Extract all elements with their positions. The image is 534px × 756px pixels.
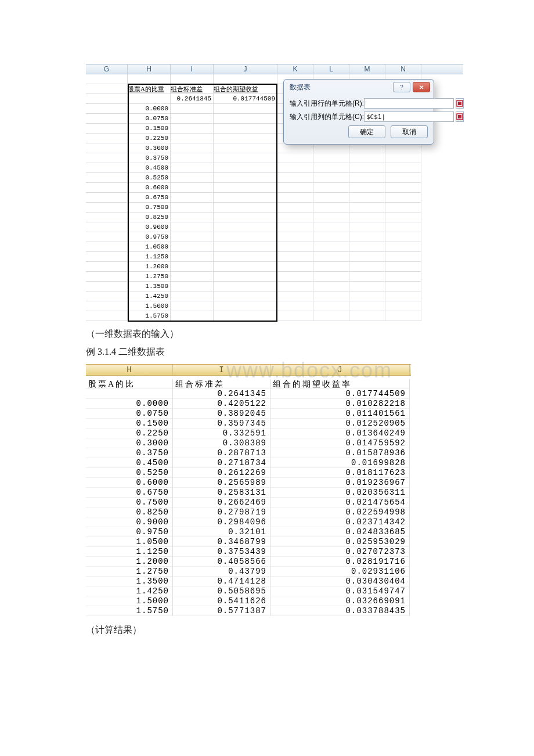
cell[interactable]: 0.3000: [128, 143, 171, 153]
cell[interactable]: [313, 203, 349, 213]
cell[interactable]: 0.9000: [128, 222, 171, 232]
cell[interactable]: [277, 282, 313, 291]
cell[interactable]: [171, 124, 214, 134]
cell[interactable]: [385, 291, 421, 301]
help-button[interactable]: ?: [393, 82, 410, 92]
cell[interactable]: [349, 173, 385, 183]
cell[interactable]: [349, 153, 385, 163]
table-row[interactable]: 0.3000: [86, 143, 463, 153]
col-header-L[interactable]: L: [313, 64, 349, 74]
cancel-button[interactable]: 取消: [391, 125, 428, 138]
table-row[interactable]: 0.6750: [86, 193, 463, 203]
cell[interactable]: [313, 272, 349, 282]
cell[interactable]: [171, 301, 214, 311]
cell[interactable]: [277, 173, 313, 183]
cell[interactable]: [385, 213, 421, 222]
cell[interactable]: 股票A的比重: [128, 84, 171, 94]
cell[interactable]: [86, 222, 128, 232]
cell[interactable]: [277, 213, 313, 222]
col-header-J[interactable]: J: [214, 64, 277, 74]
cell[interactable]: [214, 143, 277, 153]
cell[interactable]: [214, 232, 277, 242]
cell[interactable]: 1.3500: [128, 282, 171, 291]
cell[interactable]: [277, 272, 313, 282]
cell[interactable]: [349, 203, 385, 213]
col-input-field[interactable]: [364, 111, 454, 122]
cell[interactable]: [385, 311, 421, 321]
cell[interactable]: [86, 311, 128, 321]
cell[interactable]: [385, 183, 421, 193]
cell[interactable]: 1.1250: [128, 252, 171, 262]
cell[interactable]: [171, 143, 214, 153]
cell[interactable]: [313, 311, 349, 321]
cell[interactable]: [171, 252, 214, 262]
cell[interactable]: 1.0500: [128, 242, 171, 252]
cell[interactable]: [349, 183, 385, 193]
table-row[interactable]: 1.2000: [86, 262, 463, 272]
cell[interactable]: [214, 203, 277, 213]
cell[interactable]: [385, 232, 421, 242]
cell[interactable]: [385, 193, 421, 203]
cell[interactable]: [214, 242, 277, 252]
cell[interactable]: [214, 173, 277, 183]
cell[interactable]: 0.1500: [128, 124, 171, 134]
col-header-G[interactable]: G: [86, 64, 128, 74]
cell[interactable]: [171, 74, 214, 84]
cell[interactable]: 0.017744509: [214, 94, 277, 104]
cell[interactable]: [277, 222, 313, 232]
table-row[interactable]: 0.6000: [86, 183, 463, 193]
cell[interactable]: [349, 222, 385, 232]
cell[interactable]: [349, 193, 385, 203]
cell[interactable]: [277, 232, 313, 242]
table-row[interactable]: 1.5000: [86, 301, 463, 311]
cell[interactable]: [86, 272, 128, 282]
cell[interactable]: [385, 301, 421, 311]
cell[interactable]: [214, 74, 277, 84]
cell[interactable]: [313, 213, 349, 222]
cell[interactable]: [86, 173, 128, 183]
cell[interactable]: [86, 262, 128, 272]
cell[interactable]: [277, 242, 313, 252]
table-row[interactable]: 0.8250: [86, 213, 463, 222]
col-header-M[interactable]: M: [349, 64, 385, 74]
cell[interactable]: [214, 262, 277, 272]
cell[interactable]: [171, 193, 214, 203]
cell[interactable]: 0.4500: [128, 163, 171, 173]
cell[interactable]: [171, 153, 214, 163]
cell[interactable]: [385, 222, 421, 232]
cell[interactable]: [171, 134, 214, 143]
cell[interactable]: 0.9750: [128, 232, 171, 242]
cell[interactable]: [171, 262, 214, 272]
cell[interactable]: [86, 203, 128, 213]
cell[interactable]: [86, 163, 128, 173]
cell[interactable]: [171, 173, 214, 183]
table-row[interactable]: 0.4500: [86, 163, 463, 173]
cell[interactable]: [313, 163, 349, 173]
row-input-field[interactable]: [364, 98, 454, 109]
cell[interactable]: [349, 143, 385, 153]
ok-button[interactable]: 确定: [348, 125, 385, 138]
cell[interactable]: [171, 203, 214, 213]
cell[interactable]: [214, 272, 277, 282]
close-button[interactable]: ✕: [413, 82, 430, 92]
cell[interactable]: [86, 252, 128, 262]
cell[interactable]: [313, 262, 349, 272]
cell[interactable]: 1.2000: [128, 262, 171, 272]
table-row[interactable]: 0.3750: [86, 153, 463, 163]
cell[interactable]: [385, 252, 421, 262]
cell[interactable]: [385, 163, 421, 173]
cell[interactable]: [86, 114, 128, 124]
cell[interactable]: [171, 272, 214, 282]
cell[interactable]: [86, 124, 128, 134]
cell[interactable]: [313, 222, 349, 232]
cell[interactable]: [277, 203, 313, 213]
cell[interactable]: [349, 282, 385, 291]
cell[interactable]: [385, 143, 421, 153]
cell[interactable]: [214, 153, 277, 163]
cell[interactable]: [86, 74, 128, 84]
col-header-I[interactable]: I: [171, 64, 214, 74]
cell[interactable]: [214, 134, 277, 143]
cell[interactable]: [86, 232, 128, 242]
cell[interactable]: [313, 242, 349, 252]
cell[interactable]: [349, 301, 385, 311]
